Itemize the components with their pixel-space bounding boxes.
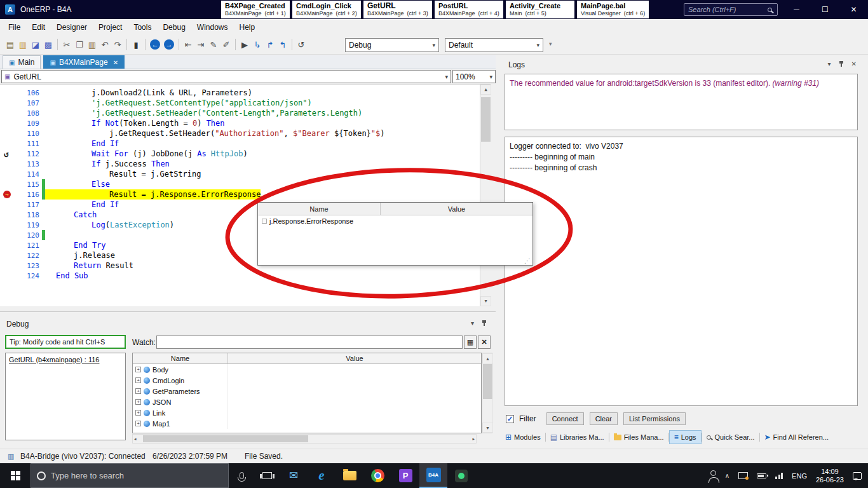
- menu-designer[interactable]: Designer: [51, 20, 93, 34]
- redo-icon[interactable]: ↷: [111, 38, 124, 51]
- taskbar-app-b4a[interactable]: B4A: [419, 463, 447, 488]
- breakpoint-margin[interactable]: [0, 271, 15, 281]
- code-text[interactable]: End If: [45, 139, 119, 149]
- code-text[interactable]: If Not(Token.Length = 0) Then: [45, 118, 225, 128]
- resize-grip-icon[interactable]: ⋰: [524, 257, 531, 264]
- watch-row[interactable]: +Link: [133, 407, 481, 418]
- menu-project[interactable]: Project: [93, 20, 128, 34]
- code-text[interactable]: Return Result: [45, 261, 133, 271]
- toolbar-overflow-icon[interactable]: ▾: [549, 41, 552, 47]
- watch-row[interactable]: +Body: [133, 364, 481, 375]
- close-panel-icon[interactable]: ✕: [851, 60, 857, 67]
- taskbar-app-mail[interactable]: ✉: [280, 463, 308, 488]
- navigate-forward-icon[interactable]: →: [164, 39, 174, 50]
- expand-icon[interactable]: +: [135, 388, 141, 394]
- code-text[interactable]: End Sub: [45, 271, 88, 281]
- watch-row[interactable]: +CmdLogin: [133, 375, 481, 386]
- code-text[interactable]: 'j.GetRequest.SetHeader("Content-Length"…: [45, 108, 362, 118]
- tray-expand-icon[interactable]: ∧: [725, 472, 729, 479]
- taskbar-search[interactable]: Type here to search: [31, 463, 229, 488]
- expand-icon[interactable]: +: [135, 377, 141, 383]
- shortcut-tab[interactable]: MainPage.balVisual Designer (ctrl + 6): [577, 1, 649, 18]
- minimize-button[interactable]: ─: [782, 0, 811, 19]
- open-project-icon[interactable]: ▥: [17, 38, 29, 51]
- chevron-down-icon[interactable]: ▾: [471, 320, 474, 327]
- taskbar-app-explorer[interactable]: [336, 463, 363, 488]
- call-stack-item[interactable]: GetURL (b4xmainpage) : 116: [6, 353, 125, 366]
- code-text[interactable]: Result = j.Response.ErrorResponse: [45, 189, 261, 200]
- expand-icon[interactable]: +: [135, 421, 141, 426]
- code-text[interactable]: [45, 230, 56, 240]
- clear-button[interactable]: Clear: [590, 412, 618, 425]
- shortcut-tab[interactable]: CmdLogin_ClickB4XMainPage (ctrl + 2): [292, 1, 361, 18]
- scroll-left-icon[interactable]: ◂: [134, 437, 137, 442]
- breakpoint-margin[interactable]: [0, 230, 15, 240]
- code-text[interactable]: Wait For (j) JobDone(j As HttpJob): [45, 149, 248, 159]
- watch-row[interactable]: +JSON: [133, 396, 481, 407]
- pin-icon[interactable]: [839, 61, 844, 67]
- expand-icon[interactable]: [262, 219, 267, 224]
- watch-popup-row[interactable]: j.Response.ErrorResponse: [258, 215, 532, 227]
- shortcut-tab[interactable]: B4XPage_CreatedB4XMainPage (ctrl + 1): [221, 1, 290, 18]
- code-text[interactable]: j.Download2(Link & URL, Parameters): [45, 88, 252, 98]
- expand-icon[interactable]: +: [135, 410, 141, 416]
- breakpoint-margin[interactable]: [0, 169, 15, 179]
- breakpoint-margin[interactable]: [0, 261, 15, 271]
- breakpoint-margin[interactable]: [0, 240, 15, 250]
- layout-variant-select[interactable]: Default ▾: [445, 38, 543, 52]
- comment-icon[interactable]: ✎: [207, 38, 220, 51]
- menu-tools[interactable]: Tools: [128, 20, 157, 34]
- shortcut-tab[interactable]: PostURLB4XMainPage (ctrl + 4): [435, 1, 503, 18]
- zoom-selector[interactable]: 100% ▾: [452, 70, 496, 83]
- action-center-icon[interactable]: [853, 472, 862, 480]
- breakpoint-margin[interactable]: [0, 250, 15, 261]
- start-button[interactable]: [0, 463, 31, 488]
- code-text[interactable]: Else: [45, 179, 110, 189]
- breakpoint-margin[interactable]: [0, 159, 15, 169]
- menu-help[interactable]: Help: [234, 20, 261, 34]
- breakpoint-margin[interactable]: [0, 128, 15, 139]
- chevron-down-icon[interactable]: ▾: [828, 60, 831, 67]
- code-text[interactable]: End Try: [45, 240, 106, 250]
- scroll-up-icon[interactable]: ▲: [482, 353, 493, 363]
- taskbar-app-edge[interactable]: e: [308, 463, 336, 488]
- breakpoint-margin[interactable]: [0, 108, 15, 118]
- menu-windows[interactable]: Windows: [191, 20, 234, 34]
- save-all-icon[interactable]: ▩: [42, 38, 55, 51]
- taskbar-app-papp[interactable]: P: [391, 463, 419, 488]
- breakpoint-margin[interactable]: [0, 179, 15, 189]
- taskbar-app-chrome[interactable]: [363, 463, 391, 488]
- network-icon[interactable]: [775, 473, 783, 479]
- scrollbar-thumb[interactable]: [483, 364, 492, 399]
- outdent-icon[interactable]: ⇤: [182, 38, 194, 51]
- step-over-icon[interactable]: ↱: [264, 38, 276, 51]
- panel-tab-logs[interactable]: ≡Logs: [669, 430, 702, 444]
- taskbar-app-emulator[interactable]: [447, 463, 475, 488]
- new-module-icon[interactable]: ▤: [4, 38, 17, 51]
- breakpoint-margin[interactable]: [0, 88, 15, 98]
- cut-icon[interactable]: ✂: [60, 38, 73, 51]
- breakpoint-margin[interactable]: →: [0, 189, 15, 200]
- scroll-down-icon[interactable]: ▼: [480, 296, 491, 306]
- watch-row[interactable]: +GetParameters: [133, 386, 481, 396]
- clock[interactable]: 14:09 26-06-23: [816, 468, 844, 484]
- language-indicator[interactable]: ENG: [792, 472, 807, 480]
- step-into-icon[interactable]: ↳: [251, 38, 264, 51]
- breakpoint-margin[interactable]: [0, 118, 15, 128]
- undo-icon[interactable]: ↶: [98, 38, 111, 51]
- panel-tab-find[interactable]: ➤Find All Referen...: [760, 430, 834, 444]
- watch-vertical-scrollbar[interactable]: ▲ ▼: [482, 353, 492, 433]
- scroll-up-icon[interactable]: ▲: [480, 85, 491, 95]
- task-view-button[interactable]: [254, 463, 280, 488]
- watch-input[interactable]: [156, 336, 463, 349]
- editor-vertical-scrollbar[interactable]: ▲ ▼: [480, 85, 491, 306]
- breakpoint-margin[interactable]: [0, 200, 15, 210]
- breakpoint-margin[interactable]: [0, 139, 15, 149]
- scroll-down-icon[interactable]: ▼: [482, 423, 493, 433]
- close-button[interactable]: ✕: [839, 0, 868, 19]
- menu-debug[interactable]: Debug: [157, 20, 191, 34]
- panel-tab-search[interactable]: Quick Sear...: [702, 430, 759, 444]
- filter-checkbox[interactable]: ✓: [506, 415, 514, 423]
- paste-icon[interactable]: ▥: [86, 38, 98, 51]
- watch-row[interactable]: +Map1: [133, 418, 481, 429]
